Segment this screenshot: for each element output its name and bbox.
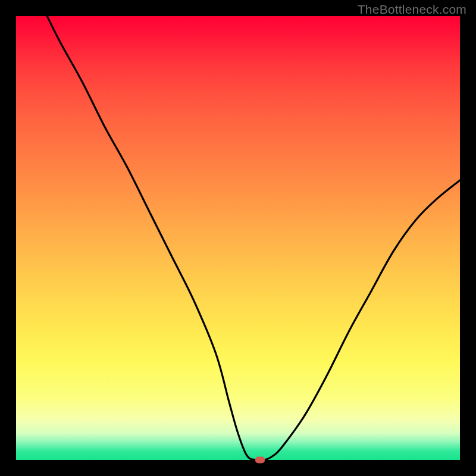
bottleneck-curve — [16, 16, 460, 460]
watermark-text: TheBottleneck.com — [358, 2, 466, 17]
chart-frame: TheBottleneck.com — [0, 0, 476, 476]
curve-path — [47, 16, 460, 460]
plot-area — [16, 16, 460, 460]
optimal-marker — [255, 457, 265, 464]
